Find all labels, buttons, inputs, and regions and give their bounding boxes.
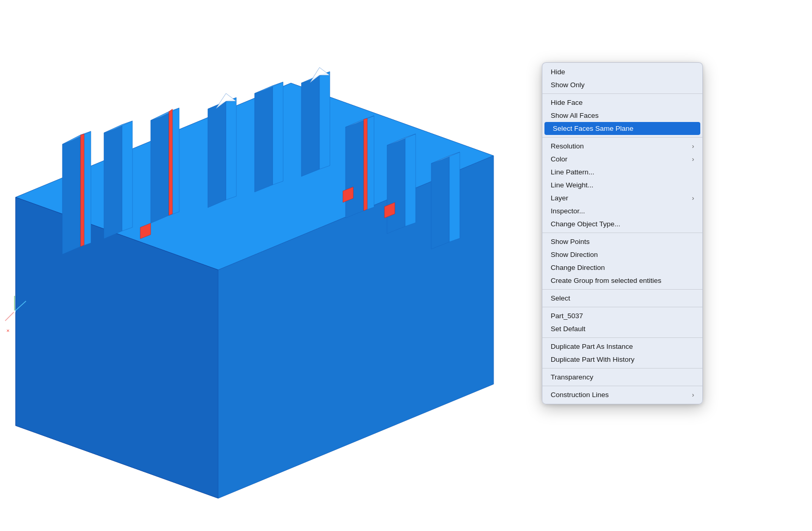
menu-item-label-resolution: Resolution (551, 142, 584, 150)
menu-item-show-points[interactable]: Show Points (542, 235, 702, 248)
menu-separator-29 (542, 386, 702, 386)
svg-marker-29 (387, 138, 405, 234)
menu-separator-6 (542, 137, 702, 138)
menu-item-set-default[interactable]: Set Default (542, 322, 702, 335)
svg-marker-13 (169, 109, 172, 215)
svg-marker-18 (255, 86, 273, 192)
svg-point-41 (14, 310, 16, 312)
menu-item-label-show-points: Show Points (551, 238, 590, 246)
menu-item-show-only[interactable]: Show Only (542, 78, 702, 91)
menu-item-construction-lines[interactable]: Construction Lines› (542, 388, 702, 401)
submenu-chevron-construction-lines: › (692, 391, 694, 399)
submenu-chevron-layer: › (692, 195, 694, 202)
menu-item-select[interactable]: Select (542, 292, 702, 305)
menu-item-show-direction[interactable]: Show Direction (542, 248, 702, 261)
menu-item-label-construction-lines: Construction Lines (551, 391, 609, 399)
context-menu: HideShow OnlyHide FaceShow All FacesSele… (542, 62, 703, 404)
menu-item-hide[interactable]: Hide (542, 65, 702, 78)
menu-item-label-transparency: Transparency (551, 373, 593, 381)
menu-item-label-hide: Hide (551, 68, 565, 76)
menu-item-color[interactable]: Color› (542, 153, 702, 166)
menu-item-label-show-direction: Show Direction (551, 251, 598, 258)
submenu-chevron-resolution: › (692, 143, 694, 150)
menu-item-label-layer: Layer (551, 194, 568, 202)
menu-separator-27 (542, 368, 702, 369)
menu-item-label-change-object-type: Change Object Type... (551, 220, 620, 228)
menu-separator-19 (542, 289, 702, 290)
menu-item-label-duplicate-part-instance: Duplicate Part As Instance (551, 343, 633, 350)
menu-item-part-5037[interactable]: Part_5037 (542, 309, 702, 322)
menu-item-line-weight[interactable]: Line Weight... (542, 179, 702, 192)
menu-item-line-pattern[interactable]: Line Pattern... (542, 166, 702, 179)
svg-marker-14 (208, 101, 226, 208)
menu-item-layer[interactable]: Layer› (542, 192, 702, 205)
menu-item-label-select-faces-same-plane: Select Faces Same Plane (553, 125, 633, 132)
svg-marker-28 (364, 118, 367, 211)
menu-item-show-all-faces[interactable]: Show All Faces (542, 109, 702, 122)
menu-item-label-show-only: Show Only (551, 81, 584, 89)
menu-item-label-create-group: Create Group from selected entities (551, 277, 661, 284)
menu-item-label-color: Color (551, 155, 567, 163)
menu-item-label-line-weight: Line Weight... (551, 181, 593, 189)
menu-item-change-direction[interactable]: Change Direction (542, 261, 702, 274)
menu-separator-24 (542, 337, 702, 338)
menu-separator-2 (542, 93, 702, 94)
menu-item-create-group[interactable]: Create Group from selected entities (542, 274, 702, 287)
menu-item-select-faces-same-plane[interactable]: Select Faces Same Plane (544, 122, 700, 135)
svg-marker-32 (431, 156, 449, 249)
menu-item-label-duplicate-part-history: Duplicate Part With History (551, 356, 634, 363)
svg-marker-19 (273, 82, 283, 185)
svg-marker-8 (122, 121, 132, 231)
menu-item-inspector[interactable]: Inspector... (542, 205, 702, 217)
svg-marker-3 (62, 135, 81, 254)
menu-item-label-line-pattern: Line Pattern... (551, 168, 594, 176)
menu-item-label-hide-face: Hide Face (551, 99, 583, 106)
menu-item-duplicate-part-history[interactable]: Duplicate Part With History (542, 353, 702, 366)
menu-item-hide-face[interactable]: Hide Face (542, 96, 702, 109)
menu-item-label-change-direction: Change Direction (551, 264, 605, 271)
menu-item-resolution[interactable]: Resolution› (542, 140, 702, 153)
menu-item-label-inspector: Inspector... (551, 207, 585, 215)
svg-line-40 (5, 311, 15, 321)
svg-marker-22 (320, 72, 330, 169)
svg-text:✕: ✕ (6, 329, 10, 333)
menu-separator-21 (542, 307, 702, 307)
svg-marker-10 (151, 112, 169, 223)
svg-marker-21 (301, 75, 320, 176)
menu-item-duplicate-part-instance[interactable]: Duplicate Part As Instance (542, 340, 702, 353)
menu-item-change-object-type[interactable]: Change Object Type... (542, 217, 702, 230)
menu-item-label-set-default: Set Default (551, 325, 585, 333)
svg-marker-25 (345, 119, 364, 218)
svg-marker-6 (81, 134, 84, 247)
svg-marker-15 (226, 98, 236, 200)
menu-item-transparency[interactable]: Transparency (542, 371, 702, 384)
submenu-chevron-color: › (692, 156, 694, 163)
menu-separator-14 (542, 233, 702, 233)
menu-item-label-show-all-faces: Show All Faces (551, 112, 598, 119)
svg-marker-30 (405, 134, 416, 226)
svg-marker-7 (104, 125, 122, 239)
menu-item-label-part-5037: Part_5037 (551, 312, 583, 320)
svg-marker-33 (449, 152, 460, 242)
3d-scene: ✕ (0, 0, 520, 531)
menu-item-label-select: Select (551, 294, 570, 302)
